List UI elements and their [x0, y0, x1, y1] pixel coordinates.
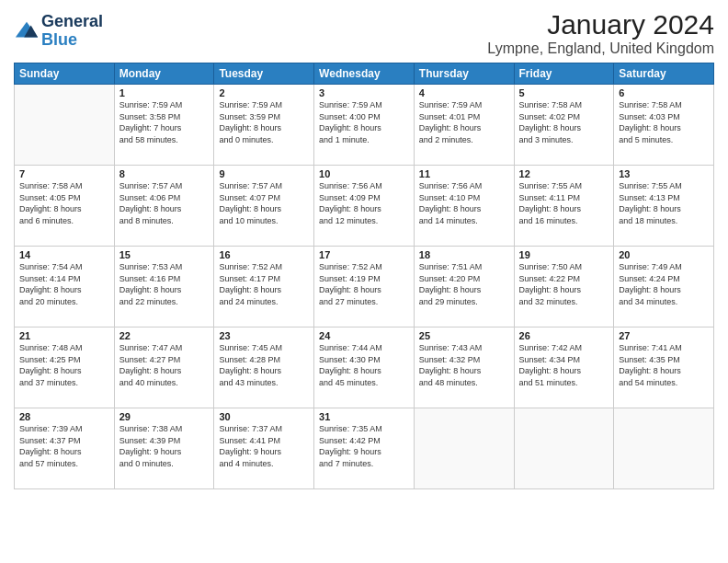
cal-cell: 20Sunrise: 7:49 AM Sunset: 4:24 PM Dayli… — [614, 247, 714, 327]
cell-info: Sunrise: 7:57 AM Sunset: 4:06 PM Dayligh… — [119, 180, 210, 226]
cell-info: Sunrise: 7:42 AM Sunset: 4:34 PM Dayligh… — [519, 342, 609, 388]
day-number: 27 — [619, 330, 709, 341]
week-row-3: 14Sunrise: 7:54 AM Sunset: 4:14 PM Dayli… — [15, 247, 714, 327]
cal-cell: 19Sunrise: 7:50 AM Sunset: 4:22 PM Dayli… — [514, 247, 614, 327]
logo-icon — [14, 18, 40, 44]
cal-cell — [614, 408, 714, 489]
day-number: 26 — [519, 330, 609, 341]
cal-cell — [514, 408, 614, 489]
cal-cell: 12Sunrise: 7:55 AM Sunset: 4:11 PM Dayli… — [514, 166, 614, 247]
cal-cell: 21Sunrise: 7:48 AM Sunset: 4:25 PM Dayli… — [15, 327, 115, 408]
cell-info: Sunrise: 7:59 AM Sunset: 3:58 PM Dayligh… — [119, 99, 210, 145]
day-number: 13 — [619, 168, 709, 179]
cal-cell: 31Sunrise: 7:35 AM Sunset: 4:42 PM Dayli… — [314, 408, 415, 489]
title-block: January 2024 Lympne, England, United Kin… — [487, 9, 714, 57]
cal-cell: 2Sunrise: 7:59 AM Sunset: 3:59 PM Daylig… — [214, 85, 314, 166]
cell-info: Sunrise: 7:47 AM Sunset: 4:27 PM Dayligh… — [119, 342, 210, 388]
week-row-5: 28Sunrise: 7:39 AM Sunset: 4:37 PM Dayli… — [15, 408, 714, 489]
cal-cell: 23Sunrise: 7:45 AM Sunset: 4:28 PM Dayli… — [214, 327, 314, 408]
logo-line2: Blue — [41, 31, 103, 50]
cell-info: Sunrise: 7:56 AM Sunset: 4:09 PM Dayligh… — [319, 180, 409, 226]
day-header-saturday: Saturday — [614, 63, 714, 85]
cal-cell: 13Sunrise: 7:55 AM Sunset: 4:13 PM Dayli… — [614, 166, 714, 247]
day-header-monday: Monday — [114, 63, 214, 85]
cal-cell: 15Sunrise: 7:53 AM Sunset: 4:16 PM Dayli… — [114, 247, 214, 327]
cal-cell: 17Sunrise: 7:52 AM Sunset: 4:19 PM Dayli… — [314, 247, 415, 327]
day-number: 8 — [119, 168, 210, 179]
cal-cell: 9Sunrise: 7:57 AM Sunset: 4:07 PM Daylig… — [214, 166, 314, 247]
cell-info: Sunrise: 7:43 AM Sunset: 4:32 PM Dayligh… — [419, 342, 509, 388]
cell-info: Sunrise: 7:58 AM Sunset: 4:03 PM Dayligh… — [619, 99, 709, 145]
day-number: 12 — [519, 168, 609, 179]
day-number: 30 — [219, 411, 309, 422]
day-header-tuesday: Tuesday — [214, 63, 314, 85]
cal-cell: 8Sunrise: 7:57 AM Sunset: 4:06 PM Daylig… — [114, 166, 214, 247]
cell-info: Sunrise: 7:50 AM Sunset: 4:22 PM Dayligh… — [519, 261, 609, 307]
cal-cell: 1Sunrise: 7:59 AM Sunset: 3:58 PM Daylig… — [114, 85, 214, 166]
day-number: 11 — [419, 168, 509, 179]
cal-cell: 4Sunrise: 7:59 AM Sunset: 4:01 PM Daylig… — [414, 85, 514, 166]
cell-info: Sunrise: 7:39 AM Sunset: 4:37 PM Dayligh… — [19, 423, 109, 469]
week-row-1: 1Sunrise: 7:59 AM Sunset: 3:58 PM Daylig… — [15, 85, 714, 166]
header: General Blue January 2024 Lympne, Englan… — [14, 9, 714, 57]
day-number: 6 — [619, 87, 709, 98]
day-header-friday: Friday — [514, 63, 614, 85]
day-number: 17 — [319, 249, 409, 260]
day-header-thursday: Thursday — [414, 63, 514, 85]
cal-cell: 10Sunrise: 7:56 AM Sunset: 4:09 PM Dayli… — [314, 166, 415, 247]
week-row-4: 21Sunrise: 7:48 AM Sunset: 4:25 PM Dayli… — [15, 327, 714, 408]
cal-cell: 24Sunrise: 7:44 AM Sunset: 4:30 PM Dayli… — [314, 327, 415, 408]
day-number: 16 — [219, 249, 309, 260]
cell-info: Sunrise: 7:58 AM Sunset: 4:05 PM Dayligh… — [19, 180, 109, 226]
cell-info: Sunrise: 7:41 AM Sunset: 4:35 PM Dayligh… — [619, 342, 709, 388]
cell-info: Sunrise: 7:51 AM Sunset: 4:20 PM Dayligh… — [419, 261, 509, 307]
calendar-subtitle: Lympne, England, United Kingdom — [487, 40, 714, 57]
cell-info: Sunrise: 7:35 AM Sunset: 4:42 PM Dayligh… — [319, 423, 409, 469]
day-number: 7 — [19, 168, 109, 179]
cell-info: Sunrise: 7:37 AM Sunset: 4:41 PM Dayligh… — [219, 423, 309, 469]
day-number: 22 — [119, 330, 210, 341]
cal-cell: 14Sunrise: 7:54 AM Sunset: 4:14 PM Dayli… — [15, 247, 115, 327]
cell-info: Sunrise: 7:56 AM Sunset: 4:10 PM Dayligh… — [419, 180, 509, 226]
cell-info: Sunrise: 7:38 AM Sunset: 4:39 PM Dayligh… — [119, 423, 210, 469]
day-number: 28 — [19, 411, 109, 422]
day-number: 29 — [119, 411, 210, 422]
logo: General Blue — [14, 13, 103, 50]
cal-cell: 18Sunrise: 7:51 AM Sunset: 4:20 PM Dayli… — [414, 247, 514, 327]
cell-info: Sunrise: 7:59 AM Sunset: 4:01 PM Dayligh… — [419, 99, 509, 145]
day-number: 2 — [219, 87, 309, 98]
cell-info: Sunrise: 7:55 AM Sunset: 4:11 PM Dayligh… — [519, 180, 609, 226]
cal-cell: 28Sunrise: 7:39 AM Sunset: 4:37 PM Dayli… — [15, 408, 115, 489]
calendar-title: January 2024 — [487, 9, 714, 40]
cal-cell: 26Sunrise: 7:42 AM Sunset: 4:34 PM Dayli… — [514, 327, 614, 408]
cal-cell: 6Sunrise: 7:58 AM Sunset: 4:03 PM Daylig… — [614, 85, 714, 166]
day-number: 25 — [419, 330, 509, 341]
day-number: 1 — [119, 87, 210, 98]
cell-info: Sunrise: 7:59 AM Sunset: 4:00 PM Dayligh… — [319, 99, 409, 145]
day-number: 15 — [119, 249, 210, 260]
day-number: 23 — [219, 330, 309, 341]
cell-info: Sunrise: 7:44 AM Sunset: 4:30 PM Dayligh… — [319, 342, 409, 388]
day-number: 19 — [519, 249, 609, 260]
day-number: 31 — [319, 411, 409, 422]
cal-cell — [15, 85, 115, 166]
cell-info: Sunrise: 7:57 AM Sunset: 4:07 PM Dayligh… — [219, 180, 309, 226]
cell-info: Sunrise: 7:59 AM Sunset: 3:59 PM Dayligh… — [219, 99, 309, 145]
cal-cell: 29Sunrise: 7:38 AM Sunset: 4:39 PM Dayli… — [114, 408, 214, 489]
day-number: 14 — [19, 249, 109, 260]
cell-info: Sunrise: 7:58 AM Sunset: 4:02 PM Dayligh… — [519, 99, 609, 145]
cal-cell: 27Sunrise: 7:41 AM Sunset: 4:35 PM Dayli… — [614, 327, 714, 408]
cell-info: Sunrise: 7:52 AM Sunset: 4:19 PM Dayligh… — [319, 261, 409, 307]
cal-cell: 16Sunrise: 7:52 AM Sunset: 4:17 PM Dayli… — [214, 247, 314, 327]
cell-info: Sunrise: 7:49 AM Sunset: 4:24 PM Dayligh… — [619, 261, 709, 307]
cal-cell — [414, 408, 514, 489]
week-row-2: 7Sunrise: 7:58 AM Sunset: 4:05 PM Daylig… — [15, 166, 714, 247]
cal-cell: 5Sunrise: 7:58 AM Sunset: 4:02 PM Daylig… — [514, 85, 614, 166]
calendar-page: General Blue January 2024 Lympne, Englan… — [0, 0, 728, 563]
cal-cell: 3Sunrise: 7:59 AM Sunset: 4:00 PM Daylig… — [314, 85, 415, 166]
cal-cell: 25Sunrise: 7:43 AM Sunset: 4:32 PM Dayli… — [414, 327, 514, 408]
day-number: 21 — [19, 330, 109, 341]
day-number: 24 — [319, 330, 409, 341]
cell-info: Sunrise: 7:52 AM Sunset: 4:17 PM Dayligh… — [219, 261, 309, 307]
cell-info: Sunrise: 7:45 AM Sunset: 4:28 PM Dayligh… — [219, 342, 309, 388]
